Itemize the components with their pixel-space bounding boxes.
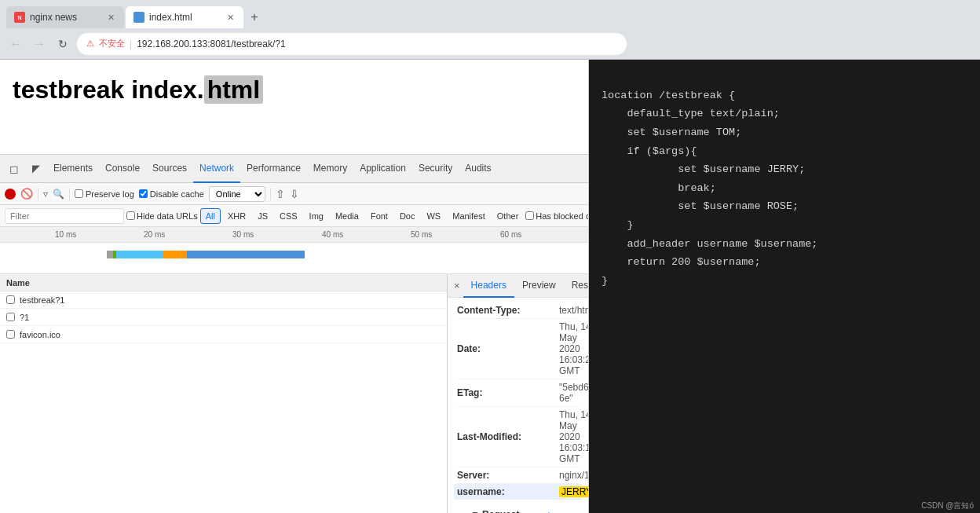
header-value-content-type: text/html: [559, 305, 588, 316]
tab-performance[interactable]: Performance: [240, 155, 307, 183]
row2-checkbox[interactable]: [6, 313, 15, 321]
hide-data-urls-checkbox[interactable]: [126, 211, 135, 220]
row1-checkbox[interactable]: [6, 295, 15, 304]
tab-console[interactable]: Console: [99, 155, 146, 183]
header-row-server: Server: nginx/1.16.1: [457, 467, 579, 484]
address-text: 192.168.200.133:8081/testbreak/?1: [137, 38, 286, 49]
tab-index-html[interactable]: index.html ✕: [126, 6, 243, 28]
filter-media-btn[interactable]: Media: [331, 208, 364, 224]
import-button[interactable]: ⇧: [276, 188, 285, 200]
row2-name: ?1: [20, 313, 29, 322]
separator1: [38, 188, 38, 200]
panel-close-button[interactable]: ×: [451, 280, 463, 291]
row3-checkbox[interactable]: [6, 330, 15, 339]
csdn-watermark: CSDN @言知ó: [921, 500, 974, 511]
request-row-q1[interactable]: ?1: [0, 309, 447, 326]
timeline-container: 10 ms 20 ms 30 ms 40 ms 50 ms 60 ms 70 m…: [0, 227, 588, 274]
code-block: location /testbreak { default_type text/…: [589, 60, 980, 317]
new-tab-button[interactable]: +: [245, 8, 264, 27]
response-content: Content-Type: text/html Date: Thu, 14 Ma…: [448, 298, 588, 513]
filter-icon[interactable]: ▿: [43, 189, 48, 200]
header-name-etag: ETag:: [457, 387, 559, 398]
tab-nginx-news[interactable]: N nginx news ✕: [6, 6, 124, 28]
code-line-5: set $username JERRY;: [602, 163, 805, 175]
filter-font-btn[interactable]: Font: [366, 208, 393, 224]
tab-elements[interactable]: Elements: [47, 155, 99, 183]
filter-other-btn[interactable]: Other: [492, 208, 524, 224]
tab-audits[interactable]: Audits: [459, 155, 497, 183]
filter-manifest-btn[interactable]: Manifest: [448, 208, 490, 224]
export-button[interactable]: ⇩: [290, 188, 299, 200]
tab-memory[interactable]: Memory: [307, 155, 353, 183]
filter-img-btn[interactable]: Img: [305, 208, 328, 224]
resp-tab-response[interactable]: Response: [564, 274, 588, 298]
ruler-50: 50 ms: [411, 230, 432, 239]
filter-doc-btn[interactable]: Doc: [395, 208, 420, 224]
address-input[interactable]: ⚠ 不安全 | 192.168.200.133:8081/testbreak/?…: [77, 33, 627, 55]
code-line-7: set $username ROSE;: [602, 200, 799, 212]
back-button[interactable]: ←: [6, 35, 25, 53]
filter-ws-btn[interactable]: WS: [422, 208, 445, 224]
ruler-10: 10 ms: [55, 230, 76, 239]
tab2-close[interactable]: ✕: [225, 12, 236, 23]
reload-button[interactable]: ↻: [53, 35, 72, 53]
resp-tab-headers[interactable]: Headers: [463, 274, 514, 298]
disable-cache-text: Disable cache: [150, 189, 204, 199]
search-icon[interactable]: 🔍: [53, 189, 64, 200]
request-row-favicon[interactable]: favicon.ico: [0, 326, 447, 343]
clear-button[interactable]: 🚫: [20, 189, 33, 199]
forward-button[interactable]: →: [30, 35, 49, 53]
security-icon: ⚠: [86, 38, 94, 49]
bar-stall: [107, 251, 113, 258]
header-name-date: Date:: [457, 343, 559, 354]
tab1-label: nginx news: [30, 12, 77, 23]
tab-application[interactable]: Application: [353, 155, 412, 183]
code-line-2: default_type text/plain;: [602, 108, 780, 119]
tab1-close[interactable]: ✕: [105, 12, 116, 23]
address-bar: ← → ↻ ⚠ 不安全 | 192.168.200.133:8081/testb…: [0, 28, 980, 60]
code-line-4: if ($args){: [602, 145, 697, 157]
main-layout: testbreak index.html ◻ ◤ Elements Consol…: [0, 60, 980, 513]
header-name-last-modified: Last-Modified:: [457, 431, 559, 442]
throttle-select[interactable]: Online Offline Slow 3G Fast 3G: [209, 186, 265, 202]
ruler-30: 30 ms: [232, 230, 254, 239]
tab-network[interactable]: Network: [193, 155, 240, 183]
disable-cache-checkbox[interactable]: [139, 189, 148, 198]
filter-js-btn[interactable]: JS: [253, 208, 272, 224]
filter-input[interactable]: [5, 208, 124, 224]
filter-all-btn[interactable]: All: [200, 208, 221, 224]
preserve-log-checkbox[interactable]: [75, 189, 83, 198]
tab-sources[interactable]: Sources: [146, 155, 193, 183]
resp-tab-preview[interactable]: Preview: [514, 274, 564, 298]
requests-response-split: Name testbreak?1 ?1 favico: [0, 274, 588, 513]
preserve-log-text: Preserve log: [86, 189, 134, 199]
header-value-server: nginx/1.16.1: [559, 470, 588, 481]
preserve-log-label[interactable]: Preserve log: [75, 189, 134, 199]
has-blocked-label[interactable]: Has blocked cookies: [525, 211, 588, 221]
header-row-content-type: Content-Type: text/html: [457, 302, 579, 319]
header-row-etag: ETag: "5ebd6bbe-6e": [457, 379, 579, 407]
has-blocked-checkbox[interactable]: [525, 211, 534, 220]
network-toolbar: 🚫 ▿ 🔍 Preserve log Disable cache Online …: [0, 183, 588, 205]
requests-list: testbreak?1 ?1 favicon.ico: [0, 291, 447, 513]
header-row-last-modified: Last-Modified: Thu, 14 May 2020 16:03:10…: [457, 407, 579, 467]
page-content: testbreak index.html: [0, 60, 588, 154]
header-name-username: username:: [457, 486, 559, 497]
device-icon[interactable]: ◤: [25, 158, 47, 180]
tab-security[interactable]: Security: [412, 155, 459, 183]
title-highlight: html: [204, 75, 264, 104]
filter-css-btn[interactable]: CSS: [275, 208, 302, 224]
disable-cache-label[interactable]: Disable cache: [139, 189, 204, 199]
browser-chrome: N nginx news ✕ index.html ✕ +: [0, 0, 980, 28]
hide-data-urls-label[interactable]: Hide data URLs: [126, 211, 198, 221]
code-line-9: add_header username $username;: [602, 238, 817, 250]
header-value-last-modified: Thu, 14 May 2020 16:03:10 GMT: [559, 409, 588, 464]
request-headers-toggle[interactable]: ▼ ▼ Request Headers view source: [457, 506, 579, 513]
protocol-label: 不安全: [99, 38, 125, 49]
inspect-icon[interactable]: ◻: [3, 158, 25, 180]
request-row-testbreak[interactable]: testbreak?1: [0, 291, 447, 309]
header-row-username: username: JERRY: [454, 484, 582, 500]
response-tabs-bar: × Headers Preview Response Initiator Tim…: [448, 274, 588, 298]
record-button[interactable]: [5, 189, 16, 200]
filter-xhr-btn[interactable]: XHR: [223, 208, 250, 224]
